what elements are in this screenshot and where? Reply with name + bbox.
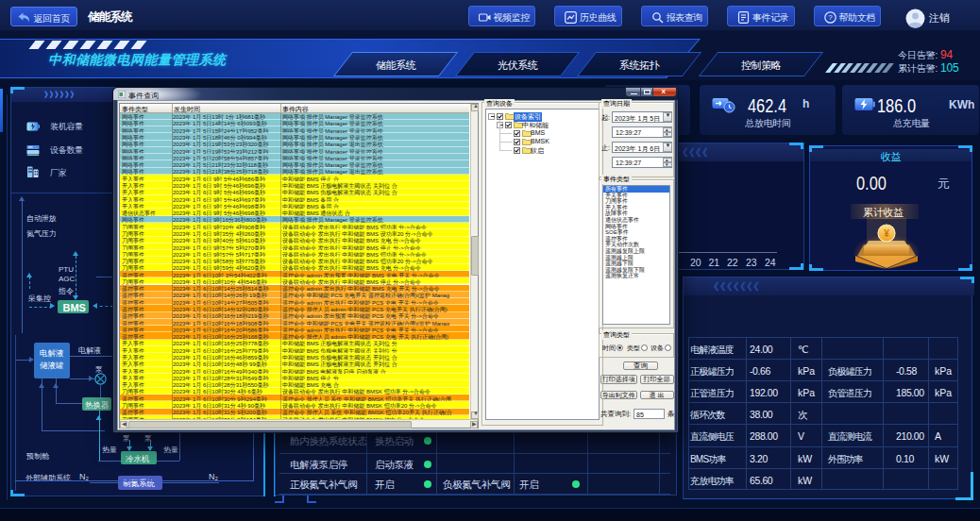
svg-text:¥: ¥ [884,228,889,239]
